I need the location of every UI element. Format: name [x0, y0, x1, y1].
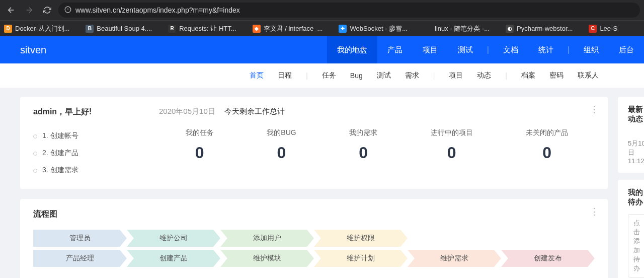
bookmark-item[interactable]: RRequests: 让 HTT... — [168, 24, 236, 33]
stat-item[interactable]: 我的任务0 — [186, 128, 214, 162]
nav-item[interactable]: 统计 — [528, 36, 564, 63]
subnav-item[interactable]: 日程 — [278, 71, 292, 80]
latest-card: 最新动态 5月10日 11:12 — [618, 97, 644, 173]
subnav-item[interactable]: 首页 — [250, 71, 264, 80]
bookmark-label: Beautiful Soup 4.... — [97, 25, 152, 32]
summary-header: 2020年05月10日 今天剩余工作总计 — [159, 107, 595, 116]
flow-row: 管理员维护公司添加用户维护权限 — [33, 230, 595, 247]
subnav-item[interactable]: 动态 — [477, 71, 491, 80]
flow-step[interactable]: 创建产品 — [127, 250, 220, 267]
greeting-text: admin，早上好! — [33, 107, 159, 117]
subnav-item[interactable]: 项目 — [449, 71, 463, 80]
subnav-separator: | — [306, 72, 308, 80]
nav-item[interactable]: 文档 — [493, 36, 528, 63]
brand-logo[interactable]: sitven — [20, 44, 46, 56]
step-item[interactable]: 3. 创建需求 — [33, 162, 159, 179]
nav-item[interactable]: 测试 — [448, 36, 483, 63]
nav-item[interactable]: 项目 — [413, 36, 448, 63]
main-nav: 我的地盘产品项目测试|文档统计|组织后台 — [327, 36, 644, 63]
bookmark-favicon: C — [589, 25, 597, 33]
bookmark-item[interactable]: BBeautiful Soup 4.... — [86, 25, 152, 33]
sub-nav: 首页日程|任务Bug测试需求|项目动态|档案密码联系人 — [0, 63, 644, 88]
main-content: ⋮ admin，早上好! 1. 创建帐号2. 创建产品3. 创建需求 2020年… — [0, 88, 644, 278]
bookmark-label: WebSocket - 廖雪... — [350, 24, 408, 33]
subnav-item[interactable]: 任务 — [322, 71, 336, 80]
todo-input[interactable]: 点击添加待办 — [628, 214, 644, 277]
bookmark-label: 李文君 / interface_... — [264, 24, 323, 33]
bookmark-label: Pycharm-webstor... — [517, 25, 573, 32]
bookmark-item[interactable]: ✈WebSocket - 廖雪... — [339, 24, 408, 33]
flow-step[interactable]: 维护权限 — [314, 230, 408, 247]
nav-separator: | — [483, 45, 493, 54]
bookmarks-bar: DDocker-从入门到...BBeautiful Soup 4....RReq… — [0, 20, 644, 36]
stat-value: 0 — [431, 144, 473, 162]
bookmark-favicon: ◆ — [253, 25, 261, 33]
more-icon[interactable]: ⋮ — [590, 206, 599, 217]
stat-item[interactable]: 未关闭的产品0 — [526, 128, 568, 162]
todo-title: 我的待办 — [628, 188, 644, 207]
bookmark-item[interactable]: DDocker-从入门到... — [4, 24, 69, 33]
forward-button[interactable] — [22, 3, 36, 17]
bookmark-item[interactable]: CLee-S — [589, 25, 617, 33]
bookmark-favicon: D — [4, 25, 12, 33]
flowchart-card: ⋮ 流程图 管理员维护公司添加用户维护权限产品经理创建产品维护模块维护计划维护需… — [20, 199, 608, 278]
stat-item[interactable]: 我的需求0 — [349, 128, 377, 162]
nav-item[interactable]: 产品 — [377, 36, 413, 63]
flow-step[interactable]: 维护模块 — [220, 250, 314, 267]
subnav-item[interactable]: 密码 — [549, 71, 564, 80]
welcome-card: ⋮ admin，早上好! 1. 创建帐号2. 创建产品3. 创建需求 2020年… — [20, 97, 608, 189]
nav-separator: | — [564, 45, 574, 54]
subnav-separator: | — [433, 72, 435, 80]
bookmark-favicon: R — [168, 25, 176, 33]
flow-step[interactable]: 创建发布 — [501, 250, 595, 267]
subnav-item[interactable]: 档案 — [521, 71, 535, 80]
stat-value: 0 — [526, 144, 568, 162]
nav-item[interactable]: 后台 — [609, 36, 644, 63]
bookmark-label: Requests: 让 HTT... — [179, 24, 236, 33]
bookmark-label: Lee-S — [600, 25, 617, 32]
stat-label: 我的BUG — [267, 128, 296, 137]
subnav-item[interactable]: 测试 — [377, 71, 391, 80]
bookmark-favicon: ◐ — [506, 25, 514, 33]
site-info-icon[interactable] — [64, 6, 71, 15]
nav-item[interactable]: 组织 — [574, 36, 609, 63]
subnav-item[interactable]: Bug — [350, 72, 363, 80]
url-text: www.sitven.cn/zentaopms/index.php?m=my&f… — [75, 6, 634, 14]
stat-label: 我的需求 — [349, 128, 377, 137]
todo-card: 我的待办 点击添加待办 — [618, 180, 644, 278]
bookmark-favicon: ✈ — [339, 25, 347, 33]
bookmark-item[interactable]: linux - 随笔分类 -... — [424, 24, 490, 33]
more-icon[interactable]: ⋮ — [590, 104, 599, 115]
bookmark-item[interactable]: ◐Pycharm-webstor... — [506, 25, 573, 33]
stat-value: 0 — [267, 144, 296, 162]
stats-row: 我的任务0我的BUG0我的需求0进行中的项目0未关闭的产品0 — [159, 128, 595, 162]
subnav-separator: | — [505, 72, 507, 80]
latest-title: 最新动态 — [628, 105, 644, 124]
flow-step[interactable]: 维护公司 — [127, 230, 220, 247]
onboarding-steps: 1. 创建帐号2. 创建产品3. 创建需求 — [33, 127, 159, 179]
flow-step[interactable]: 产品经理 — [33, 250, 127, 267]
step-item[interactable]: 1. 创建帐号 — [33, 127, 159, 145]
flow-step[interactable]: 维护计划 — [314, 250, 408, 267]
back-button[interactable] — [4, 3, 18, 17]
flow-step[interactable]: 管理员 — [33, 230, 127, 247]
stat-item[interactable]: 进行中的项目0 — [431, 128, 473, 162]
nav-item[interactable]: 我的地盘 — [327, 36, 377, 63]
stat-label: 进行中的项目 — [431, 128, 473, 137]
flow-step[interactable]: 维护需求 — [408, 250, 501, 267]
app-navbar: sitven 我的地盘产品项目测试|文档统计|组织后台 — [0, 36, 644, 63]
flow-title: 流程图 — [33, 209, 595, 220]
bookmark-label: Docker-从入门到... — [15, 24, 69, 33]
step-item[interactable]: 2. 创建产品 — [33, 145, 159, 162]
subnav-item[interactable]: 联系人 — [578, 71, 599, 80]
flow-rows: 管理员维护公司添加用户维护权限产品经理创建产品维护模块维护计划维护需求创建发布 — [33, 230, 595, 267]
date-text: 2020年05月10日 — [159, 107, 215, 115]
flow-step[interactable]: 添加用户 — [220, 230, 314, 247]
bookmark-item[interactable]: ◆李文君 / interface_... — [253, 24, 323, 33]
subnav-item[interactable]: 需求 — [405, 71, 419, 80]
stat-item[interactable]: 我的BUG0 — [267, 128, 296, 162]
bookmark-favicon — [424, 25, 432, 33]
reload-button[interactable] — [40, 3, 54, 17]
stat-label: 我的任务 — [186, 128, 214, 137]
address-bar[interactable]: www.sitven.cn/zentaopms/index.php?m=my&f… — [58, 3, 640, 18]
